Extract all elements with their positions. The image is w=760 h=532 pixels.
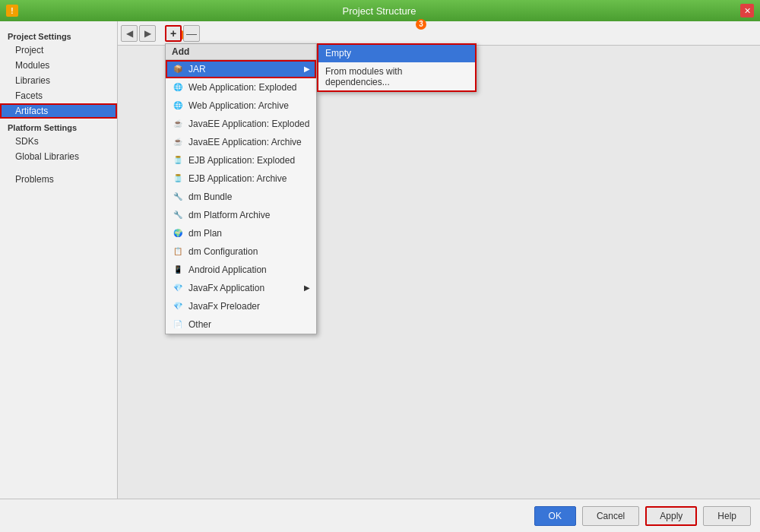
badge-3: 3: [416, 19, 426, 30]
dropdown-item-ejb-archive[interactable]: 🫙 EJB Application: Archive: [166, 169, 316, 188]
bottom-bar: OK Cancel Apply Help: [0, 499, 760, 532]
toolbar: ◀ ▶ 2 + — Add 📦 JAR ▶: [118, 21, 760, 46]
sidebar-item-facets[interactable]: Facets: [0, 88, 117, 103]
sidebar-item-artifacts[interactable]: Artifacts: [0, 103, 117, 119]
remove-button[interactable]: —: [183, 25, 200, 42]
close-button[interactable]: ✕: [740, 4, 754, 17]
jar-submenu: Empty From modules with dependencies...: [317, 43, 477, 92]
cancel-button[interactable]: Cancel: [582, 506, 639, 526]
dropdown-item-javafx-preloader[interactable]: 💎 JavaFx Preloader: [166, 297, 316, 315]
sidebar-item-global-libraries[interactable]: Global Libraries: [0, 149, 117, 164]
sidebar-item-project[interactable]: Project: [0, 43, 117, 58]
arrow-icon: ▶: [304, 65, 310, 73]
android-icon: 📱: [172, 264, 184, 276]
title-bar-left: !: [6, 5, 18, 17]
platform-settings-label: Platform Settings: [0, 119, 117, 134]
dropdown-item-dm-plan[interactable]: 🌍 dm Plan: [166, 224, 316, 242]
javafx-preloader-icon: 💎: [172, 300, 184, 312]
help-button[interactable]: Help: [703, 506, 751, 526]
title-bar: ! Project Structure ✕: [0, 0, 760, 21]
dropdown-item-other[interactable]: 📄 Other: [166, 315, 316, 334]
back-button[interactable]: ◀: [121, 25, 138, 42]
main-container: Project Settings Project Modules Librari…: [0, 21, 760, 499]
dropdown-header: Add: [166, 44, 316, 60]
ejb-archive-icon: 🫙: [172, 173, 184, 185]
ok-button[interactable]: OK: [534, 506, 576, 526]
javaee-archive-icon: ☕: [172, 136, 184, 148]
other-icon: 📄: [172, 318, 184, 331]
dropdown-item-dm-platform[interactable]: 🔧 dm Platform Archive: [166, 206, 316, 224]
jar-icon: 📦: [172, 63, 184, 75]
toolbar-area: ◀ ▶ 2 + — Add 📦 JAR ▶: [118, 21, 760, 499]
window-title: Project Structure: [18, 5, 740, 17]
dm-plan-icon: 🌍: [172, 227, 184, 239]
submenu-item-empty[interactable]: Empty: [318, 44, 476, 62]
javafx-arrow-icon: ▶: [304, 283, 310, 292]
submenu-item-from-modules[interactable]: From modules with dependencies...: [318, 62, 476, 91]
dropdown-item-dm-config[interactable]: 📋 dm Configuration: [166, 242, 316, 261]
dropdown-item-javaee-exploded[interactable]: ☕ JavaEE Application: Exploded: [166, 115, 316, 133]
web-exploded-icon: 🌐: [172, 81, 184, 93]
dropdown-item-android[interactable]: 📱 Android Application: [166, 261, 316, 279]
add-dropdown: Add 📦 JAR ▶ 🌐 Web Application: Exploded …: [165, 43, 317, 334]
apply-button[interactable]: Apply: [645, 506, 697, 526]
sidebar-item-modules[interactable]: Modules: [0, 58, 117, 73]
dm-platform-icon: 🔧: [172, 209, 184, 221]
dm-bundle-icon: 🔧: [172, 191, 184, 203]
javaee-exploded-icon: ☕: [172, 118, 184, 130]
dropdown-item-ejb-exploded[interactable]: 🫙 EJB Application: Exploded: [166, 151, 316, 169]
javafx-icon: 💎: [172, 282, 184, 294]
dm-config-icon: 📋: [172, 245, 184, 258]
forward-button[interactable]: ▶: [139, 25, 156, 42]
sidebar-item-libraries[interactable]: Libraries: [0, 73, 117, 88]
dropdown-item-javaee-archive[interactable]: ☕ JavaEE Application: Archive: [166, 133, 316, 151]
sidebar-item-problems[interactable]: Problems: [0, 172, 117, 187]
add-button[interactable]: +: [165, 25, 182, 42]
ejb-exploded-icon: 🫙: [172, 154, 184, 166]
project-settings-label: Project Settings: [0, 27, 117, 43]
web-archive-icon: 🌐: [172, 100, 184, 112]
dropdown-item-jar[interactable]: 📦 JAR ▶: [166, 60, 316, 78]
sidebar: Project Settings Project Modules Librari…: [0, 21, 118, 499]
app-icon: !: [6, 5, 18, 17]
dropdown-item-javafx[interactable]: 💎 JavaFx Application ▶: [166, 279, 316, 297]
dropdown-item-web-exploded[interactable]: 🌐 Web Application: Exploded: [166, 78, 316, 97]
sidebar-item-sdks[interactable]: SDKs: [0, 134, 117, 149]
dropdown-item-web-archive[interactable]: 🌐 Web Application: Archive: [166, 97, 316, 115]
dropdown-item-dm-bundle[interactable]: 🔧 dm Bundle: [166, 188, 316, 206]
